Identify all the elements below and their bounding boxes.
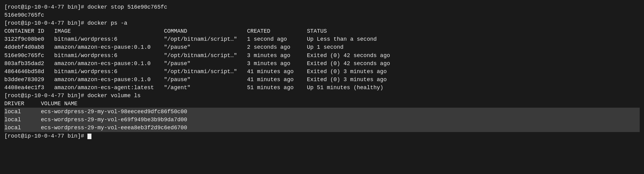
terminal-window: [root@ip-10-0-4-77 bin]# docker stop 516…	[0, 0, 644, 174]
terminal-line: 3122f9c08be0 bitnami/wordpress:6 "/opt/b…	[4, 35, 640, 43]
terminal-line: DRIVER VOLUME NAME	[4, 100, 640, 108]
terminal-line: 4ddebf4d0ab8 amazon/amazon-ecs-pause:0.1…	[4, 43, 640, 51]
terminal-line: local ecs-wordpress-29-my-vol-e69f949be3…	[4, 116, 640, 124]
terminal-line: [root@ip-10-0-4-77 bin]# docker volume l…	[4, 92, 640, 100]
terminal-line: b3ddee783029 amazon/amazon-ecs-pause:0.1…	[4, 76, 640, 84]
terminal-line: 516e90c765fc bitnami/wordpress:6 "/opt/b…	[4, 52, 640, 60]
terminal-line: [root@ip-10-0-4-77 bin]#	[4, 132, 640, 140]
terminal-line: [root@ip-10-0-4-77 bin]# docker stop 516…	[4, 3, 640, 11]
terminal-line: local ecs-wordpress-29-my-vol-98eeceed9d…	[4, 108, 640, 116]
terminal-line: 803afb35dad2 amazon/amazon-ecs-pause:0.1…	[4, 60, 640, 68]
terminal-cursor	[87, 134, 91, 139]
terminal-line: local ecs-wordpress-29-my-vol-eeea8eb3f2…	[4, 124, 640, 132]
terminal-line: 4864646bd58d bitnami/wordpress:6 "/opt/b…	[4, 68, 640, 76]
terminal-line: [root@ip-10-0-4-77 bin]# docker ps -a	[4, 19, 640, 27]
terminal-line: CONTAINER ID IMAGE COMMAND CREATED STATU…	[4, 27, 640, 35]
terminal-line: 4408ea4ec1f3 amazon/amazon-ecs-agent:lat…	[4, 84, 640, 92]
terminal-line: 516e90c765fc	[4, 11, 640, 19]
